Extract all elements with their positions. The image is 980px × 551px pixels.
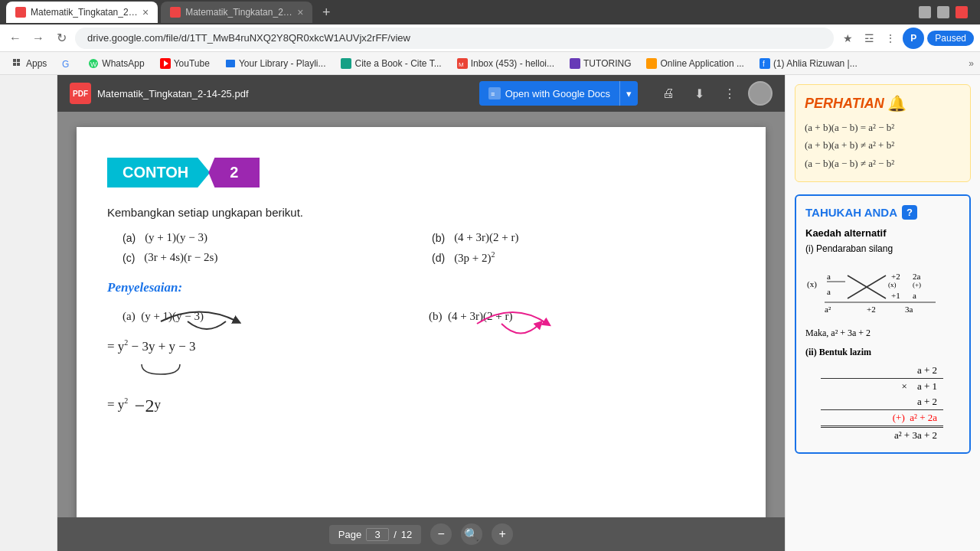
svg-text:+1: +1 [891,291,900,300]
left-sidebar [0,75,57,551]
page-input-group: Page / 12 [329,525,421,544]
perhatian-line-3: (a − b)(a − b) ≠ a² − b² [805,155,961,172]
svg-text:a²: a² [825,305,831,314]
calc-cell-4: (+) a² + 2a [821,410,943,427]
back-button[interactable]: ← [6,29,24,47]
bookmarks-more-button[interactable]: » [969,58,974,69]
contoh-banner: CONTOH 2 [107,158,735,187]
bookmarks-bar: Apps G W WhatsApp YouTube Your Library -… [0,52,980,75]
bookmark-youtube[interactable]: YouTube [154,57,216,70]
svg-text:≡: ≡ [491,90,495,98]
active-tab[interactable]: Matematik_Tingkatan_2-14-25.p... × [6,2,158,23]
extensions-icon[interactable]: ☲ [860,29,878,47]
tahukah-title: TAHUKAH ANDA ? [805,205,960,220]
solution-b-col: (b) (4 + 3r)(2 + r) [429,305,735,424]
svg-rect-13 [570,58,580,69]
zoom-in-button[interactable]: + [492,523,513,545]
problem-b-expr: (4 + 3r)(2 + r) [454,231,518,244]
problem-d: (d) (3p + 2)2 [432,250,735,265]
open-with-docs-button[interactable]: ≡ Open with Google Docs [479,81,619,106]
problem-c-expr: (3r + 4s)(r − 2s) [144,251,217,264]
maximize-btn[interactable] [937,6,949,18]
perhatian-line-2: (a + b)(a + b) ≠ a² + b² [805,136,961,154]
page-controls: Page / 12 − 🔍 + [57,517,785,551]
tab-favicon-1 [15,7,26,18]
bookmark-cite[interactable]: Cite a Book - Cite T... [335,57,447,70]
problem-c-label: (c) [122,252,135,264]
kaedah-title: Kaedah alternatif [805,227,960,239]
bookmark-online[interactable]: Online Application ... [640,57,750,70]
address-bar: ← → ↻ ★ ☲ ⋮ P Paused [0,24,980,52]
solution-a-col: (a) (y + 1)(y − 3) [107,305,413,424]
bookmark-fb[interactable]: f (1) Ahlia Rizuwan |... [753,57,864,70]
new-tab-button[interactable]: + [315,2,337,23]
svg-rect-1 [17,59,20,62]
bookmark-whatsapp[interactable]: W WhatsApp [82,57,150,70]
open-with-dropdown-button[interactable]: ▾ [619,81,638,106]
cross-diagram: (x) a a +2 (x) +1 2a (+) a [805,260,960,443]
attention-emoji: 🔔 [887,94,906,112]
pdf-page-container[interactable]: CONTOH 2 Kembangkan setiap ungkapan beri… [57,112,785,517]
calc-row-4: (+) a² + 2a [821,410,943,427]
svg-text:G: G [62,59,69,69]
pdf-page: CONTOH 2 Kembangkan setiap ungkapan beri… [77,127,766,517]
page-separator: / [394,529,397,540]
bookmark-star-icon[interactable]: ★ [838,29,857,47]
cross-svg: (x) a a +2 (x) +1 2a (+) a [805,260,974,321]
online-icon [646,58,657,69]
problem-d-label: (d) [432,252,445,264]
problem-c: (c) (3r + 4s)(r − 2s) [122,250,426,265]
paused-button[interactable]: Paused [927,31,974,46]
perhatian-line-1: (a + b)(a − b) = a² − b² [805,119,961,136]
gmail-icon: M [457,58,468,69]
minimize-btn[interactable] [919,6,931,18]
print-icon[interactable]: 🖨 [656,81,681,106]
bookmark-gmail-label: Inbox (453) - helloi... [471,58,554,69]
calc-cell-1: a + 2 [821,363,943,379]
problem-b: (b) (4 + 3r)(2 + r) [432,231,735,244]
tab-label-2: Matematik_Tingkatan_2-1-13-5... [185,7,292,18]
download-icon[interactable]: ⬇ [687,81,711,106]
perhatian-title: PERHATIAN 🔔 [805,94,961,112]
more-options-icon[interactable]: ⋮ [881,29,900,47]
tab-close-1[interactable]: × [142,6,149,18]
zoom-icon-button[interactable]: 🔍 [461,523,482,545]
solution-a-arrows [153,298,322,344]
solution-a-drawing: (a) (y + 1)(y − 3) [107,305,413,328]
calc-cell-2: × a + 1 [821,379,943,395]
zoom-out-button[interactable]: − [430,523,452,545]
url-input[interactable] [75,28,834,49]
title-bar: Matematik_Tingkatan_2-14-25.p... × Matem… [0,0,980,24]
bookmark-tutoring-label: TUTORING [583,58,631,69]
bookmark-library[interactable]: Your Library - Playli... [219,57,332,70]
inactive-tab[interactable]: Matematik_Tingkatan_2-1-13-5... × [161,2,312,23]
bookmark-tutoring[interactable]: TUTORING [564,57,637,70]
svg-text:a: a [827,272,831,281]
tab-close-2[interactable]: × [297,6,303,18]
bookmark-gmail[interactable]: M Inbox (453) - helloi... [451,57,560,70]
pdf-toolbar-right: 🖨 ⬇ ⋮ [656,81,773,106]
bookmark-apps[interactable]: Apps [6,57,53,70]
close-btn[interactable] [956,6,968,18]
calc-cell-5: a² + 3a + 2 [821,427,943,444]
maka-result: Maka, a² + 3a + 2 [805,328,960,339]
bentuk-title: (ii) Bentuk lazim [805,347,960,358]
more-icon[interactable]: ⋮ [717,81,742,106]
bookmark-library-label: Your Library - Playli... [239,58,326,69]
svg-text:3a: 3a [905,305,913,314]
forward-button[interactable]: → [29,29,47,47]
tab-label-1: Matematik_Tingkatan_2-14-25.p... [31,7,138,18]
page-number-input[interactable] [366,528,389,541]
user-avatar [748,81,773,106]
solution-b-drawing: (b) (4 + 3r)(2 + r) [429,305,735,328]
page-total: 12 [401,529,412,540]
problem-b-label: (b) [432,232,445,244]
bookmark-google[interactable]: G [56,57,79,70]
apps-icon [12,58,23,69]
svg-text:f: f [763,60,765,68]
pdf-filename: Matematik_Tingkatan_2-14-25.pdf [97,88,473,99]
refresh-button[interactable]: ↻ [52,29,70,47]
svg-text:a: a [913,291,916,300]
profile-button[interactable]: P [903,28,924,49]
contoh-label: CONTOH [107,158,210,187]
